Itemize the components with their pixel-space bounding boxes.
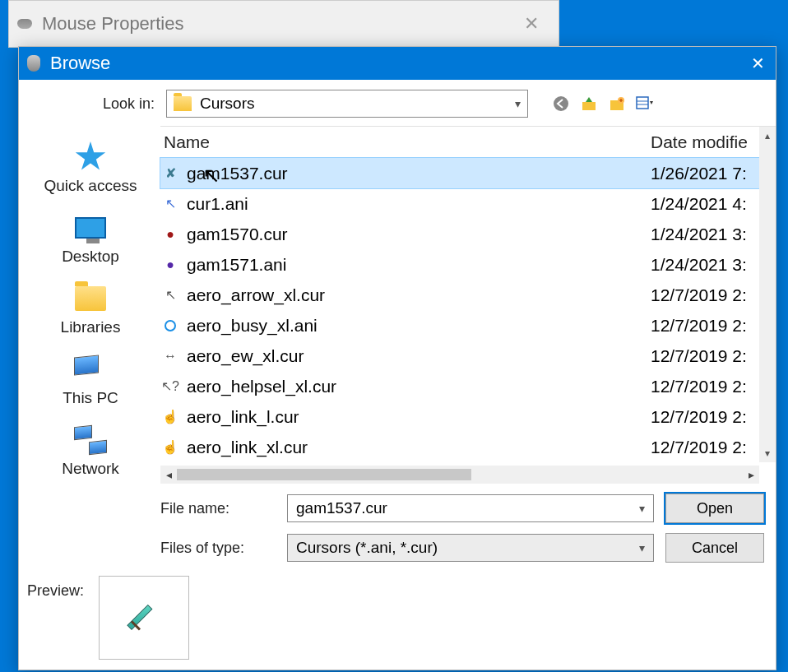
file-name: aero_helpsel_xl.cur xyxy=(187,377,651,396)
file-row[interactable]: ✘gam1537.cur1/26/2021 7: xyxy=(160,158,759,188)
places-sidebar: Quick access Desktop Libraries This PC N… xyxy=(29,126,152,576)
file-icon: ● xyxy=(162,257,178,273)
column-header-name[interactable]: Name xyxy=(160,132,651,152)
file-name-value: gam1537.cur xyxy=(296,499,387,517)
file-date: 12/7/2019 2: xyxy=(651,438,759,457)
folder-icon xyxy=(174,96,192,111)
preview-box xyxy=(99,576,189,660)
up-one-level-button[interactable] xyxy=(579,94,599,114)
file-icon: ✘ xyxy=(162,165,178,182)
dialog-title: Browse xyxy=(50,53,739,74)
file-icon: ↖? xyxy=(162,378,178,395)
vertical-scrollbar[interactable]: ▴ ▾ xyxy=(759,127,776,462)
file-name: aero_link_xl.cur xyxy=(187,438,651,457)
file-icon: ↖ xyxy=(162,287,178,304)
file-row[interactable]: ↖?aero_helpsel_xl.cur12/7/2019 2: xyxy=(160,371,759,401)
file-row[interactable]: ●gam1571.ani1/24/2021 3: xyxy=(160,249,759,280)
files-of-type-dropdown[interactable]: Cursors (*.ani, *.cur) ▾ xyxy=(287,534,654,562)
svg-point-0 xyxy=(554,96,568,111)
file-date: 12/7/2019 2: xyxy=(651,346,759,366)
parent-window-title: Mouse Properties xyxy=(42,13,512,35)
look-in-dropdown[interactable]: Cursors ▾ xyxy=(166,90,528,118)
look-in-value: Cursors xyxy=(200,95,255,113)
file-date: 1/24/2021 4: xyxy=(651,194,759,214)
sidebar-item-desktop[interactable]: Desktop xyxy=(62,213,119,266)
titlebar: Browse ✕ xyxy=(19,47,776,80)
file-row[interactable]: ☝aero_link_xl.cur12/7/2019 2: xyxy=(160,432,759,462)
parent-close-button[interactable]: ✕ xyxy=(512,13,550,35)
file-row[interactable]: ↖cur1.ani1/24/2021 4: xyxy=(160,188,759,219)
file-name: gam1570.cur xyxy=(187,225,651,244)
svg-rect-1 xyxy=(582,102,596,110)
open-button[interactable]: Open xyxy=(665,494,764,523)
file-row[interactable]: aero_busy_xl.ani12/7/2019 2: xyxy=(160,310,759,341)
mouse-icon xyxy=(17,19,32,29)
new-folder-button[interactable] xyxy=(607,94,627,114)
network-icon xyxy=(74,426,107,454)
file-date: 1/24/2021 3: xyxy=(651,255,759,275)
parent-window: Mouse Properties ✕ xyxy=(8,0,559,48)
star-icon xyxy=(75,141,106,173)
view-menu-button[interactable] xyxy=(635,94,655,114)
file-date: 12/7/2019 2: xyxy=(651,316,759,336)
file-name: aero_link_l.cur xyxy=(187,407,651,427)
look-in-label: Look in: xyxy=(35,95,155,113)
scroll-down-icon[interactable]: ▾ xyxy=(765,447,770,459)
file-name: gam1537.cur xyxy=(187,164,651,183)
cancel-button[interactable]: Cancel xyxy=(665,533,764,563)
files-of-type-value: Cursors (*.ani, *.cur) xyxy=(296,539,438,557)
sidebar-item-label: Network xyxy=(62,460,119,478)
sidebar-item-libraries[interactable]: Libraries xyxy=(61,284,121,336)
file-name-input[interactable]: gam1537.cur ▾ xyxy=(287,494,654,522)
close-button[interactable]: ✕ xyxy=(739,47,776,80)
file-icon: ● xyxy=(162,226,178,243)
scroll-left-icon[interactable]: ◂ xyxy=(160,468,177,481)
file-name: cur1.ani xyxy=(187,194,651,214)
sidebar-item-this-pc[interactable]: This PC xyxy=(63,355,118,407)
file-icon: ☝ xyxy=(162,409,178,425)
sidebar-item-label: Desktop xyxy=(62,248,119,266)
file-date: 1/26/2021 7: xyxy=(651,164,759,183)
pc-icon xyxy=(74,356,107,382)
chevron-down-icon: ▾ xyxy=(639,541,645,554)
sidebar-item-network[interactable]: Network xyxy=(62,425,119,478)
file-date: 12/7/2019 2: xyxy=(651,377,759,396)
file-icon: ↖ xyxy=(162,196,178,212)
sidebar-item-label: Libraries xyxy=(61,318,121,336)
scrollbar-thumb[interactable] xyxy=(177,469,471,480)
file-date: 12/7/2019 2: xyxy=(651,285,759,305)
svg-rect-4 xyxy=(637,97,648,109)
browse-dialog: Browse ✕ Look in: Cursors ▾ xyxy=(18,46,776,670)
chevron-down-icon: ▾ xyxy=(639,502,645,515)
files-of-type-label: Files of type: xyxy=(160,540,276,557)
chevron-down-icon: ▾ xyxy=(515,97,521,110)
column-header-date[interactable]: Date modifie xyxy=(651,132,759,152)
file-name: aero_arrow_xl.cur xyxy=(187,285,651,305)
file-name: aero_ew_xl.cur xyxy=(187,346,651,366)
file-row[interactable]: ☝aero_link_l.cur12/7/2019 2: xyxy=(160,401,759,432)
sidebar-item-label: This PC xyxy=(63,389,118,407)
file-name-label: File name: xyxy=(160,500,276,517)
sidebar-item-label: Quick access xyxy=(44,177,137,195)
mouse-icon xyxy=(27,55,40,72)
sword-icon xyxy=(128,602,160,633)
file-date: 1/24/2021 3: xyxy=(651,225,759,244)
horizontal-scrollbar[interactable]: ◂ ▸ xyxy=(160,466,759,484)
file-row[interactable]: ●gam1570.cur1/24/2021 3: xyxy=(160,219,759,249)
scroll-up-icon[interactable]: ▴ xyxy=(765,130,770,141)
file-name: aero_busy_xl.ani xyxy=(187,316,651,336)
file-date: 12/7/2019 2: xyxy=(651,407,759,427)
sidebar-item-quick-access[interactable]: Quick access xyxy=(44,142,137,195)
file-row[interactable]: ↖aero_arrow_xl.cur12/7/2019 2: xyxy=(160,280,759,310)
folder-icon xyxy=(75,286,106,311)
preview-label: Preview: xyxy=(27,576,84,600)
file-icon: ☝ xyxy=(162,439,178,456)
file-row[interactable]: ↔aero_ew_xl.cur12/7/2019 2: xyxy=(160,341,759,371)
back-button[interactable] xyxy=(551,94,571,114)
file-icon: ↔ xyxy=(162,348,178,364)
scroll-right-icon[interactable]: ▸ xyxy=(743,468,759,481)
monitor-icon xyxy=(75,217,106,239)
file-icon xyxy=(162,317,178,334)
file-list[interactable]: Name Date modifie ✘gam1537.cur1/26/2021 … xyxy=(160,127,759,462)
file-name: gam1571.ani xyxy=(187,255,651,275)
